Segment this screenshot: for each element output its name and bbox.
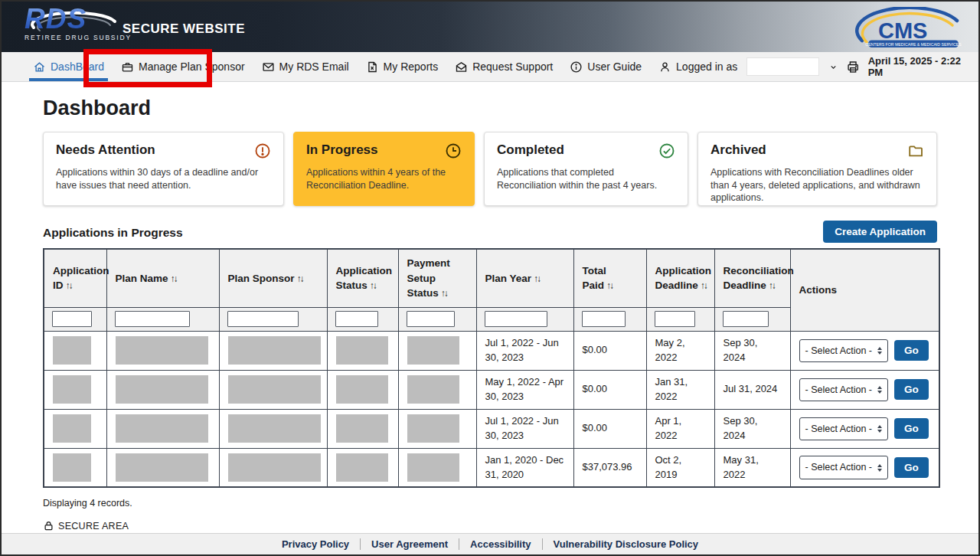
column-header-row: Application ID↑↓ Plan Name↑↓ Plan Sponso…: [44, 249, 939, 307]
card-needs-attention[interactable]: Needs Attention Applications within 30 d…: [43, 132, 284, 206]
col-plan-year[interactable]: Plan Year↑↓: [476, 249, 573, 307]
sort-icon[interactable]: ↑↓: [769, 280, 775, 291]
applications-table: Application ID↑↓ Plan Name↑↓ Plan Sponso…: [43, 248, 940, 488]
user-dropdown-caret[interactable]: [829, 63, 838, 71]
info-icon: [570, 61, 583, 74]
redacted-payment-setup-status: [407, 453, 459, 482]
col-application-id[interactable]: Application ID↑↓: [44, 249, 106, 307]
sort-icon[interactable]: ↑↓: [441, 288, 447, 299]
nav-item-user-guide[interactable]: User Guide: [561, 52, 650, 81]
filter-application-status[interactable]: [335, 311, 378, 327]
go-button[interactable]: Go: [894, 457, 929, 478]
create-application-button[interactable]: Create Application: [823, 221, 937, 243]
nav-item-label: My Reports: [384, 61, 439, 73]
col-application-deadline[interactable]: Application Deadline↑↓: [646, 249, 714, 307]
main-navbar: DashBoard Manage Plan Sponsor My RDS Ema…: [2, 52, 978, 82]
check-circle-icon: [658, 142, 675, 159]
card-title: Archived: [710, 142, 766, 158]
redacted-application-status: [336, 375, 388, 404]
action-select[interactable]: - Select Action -: [799, 378, 889, 401]
card-archived[interactable]: Archived Applications with Reconciliatio…: [697, 132, 937, 206]
current-datetime: April 15, 2025 - 2:22 PM: [868, 55, 965, 78]
person-icon: [658, 61, 671, 74]
nav-item-manage-plan-sponsor[interactable]: Manage Plan Sponsor: [113, 52, 253, 81]
app-window: RDS RETIREE DRUG SUBSIDY SECURE WEBSITE …: [0, 0, 980, 556]
filter-payment-setup-status[interactable]: [407, 311, 455, 327]
col-plan-sponsor[interactable]: Plan Sponsor↑↓: [219, 249, 327, 307]
plan-year-cell: Jan 1, 2020 - Dec 31, 2020: [476, 448, 573, 487]
col-total-paid[interactable]: Total Paid↑↓: [573, 249, 646, 307]
application-deadline-cell: Oct 2, 2019: [646, 448, 714, 487]
sort-icon[interactable]: ↑↓: [297, 273, 303, 284]
table-row: Jul 1, 2022 - Jun 30, 2023 $0.00 Apr 1, …: [44, 409, 939, 448]
support-envelope-icon: [455, 61, 468, 74]
sort-icon[interactable]: ↑↓: [370, 280, 376, 291]
nav-item-logged-in-as[interactable]: Logged in as: [650, 52, 846, 81]
logged-in-user-value[interactable]: [746, 57, 819, 76]
redacted-payment-setup-status: [407, 336, 459, 365]
nav-item-label: DashBoard: [51, 61, 104, 73]
filter-application-id[interactable]: [52, 311, 92, 327]
sort-icon[interactable]: ↑↓: [534, 273, 540, 284]
sort-icon[interactable]: ↑↓: [606, 280, 612, 291]
select-stepper-icon: [877, 386, 882, 394]
action-select[interactable]: - Select Action -: [799, 417, 889, 440]
nav-item-label: Logged in as: [676, 61, 737, 73]
go-button[interactable]: Go: [894, 418, 929, 439]
select-stepper-icon: [877, 464, 882, 472]
navbar-right-group: April 15, 2025 - 2:22 PM: [846, 52, 965, 81]
redacted-plan-name: [116, 375, 208, 404]
redacted-application-status: [336, 453, 388, 482]
printer-icon[interactable]: [846, 59, 860, 75]
report-icon: [366, 61, 379, 74]
card-completed[interactable]: Completed Applications that completed Re…: [484, 132, 688, 206]
col-payment-setup-status[interactable]: Payment Setup Status↑↓: [398, 249, 476, 307]
filter-plan-name[interactable]: [115, 311, 190, 327]
footer-link-accessibility[interactable]: Accessibility: [459, 538, 542, 550]
nav-item-label: Request Support: [472, 61, 553, 73]
redacted-plan-sponsor: [228, 453, 321, 482]
table-header-row: Applications in Progress Create Applicat…: [43, 221, 937, 243]
footer-link-vulnerability-disclosure[interactable]: Vulnerability Disclosure Policy: [542, 538, 710, 550]
filter-total-paid[interactable]: [582, 311, 626, 327]
sort-icon[interactable]: ↑↓: [171, 273, 177, 284]
nav-item-my-reports[interactable]: My Reports: [358, 52, 447, 81]
nav-item-my-rds-email[interactable]: My RDS Email: [253, 52, 358, 81]
action-select[interactable]: - Select Action -: [799, 456, 889, 479]
table-row: Jan 1, 2020 - Dec 31, 2020 $37,073.96 Oc…: [44, 448, 939, 487]
reconciliation-deadline-cell: Jul 31, 2024: [714, 370, 790, 409]
col-actions: Actions: [790, 249, 939, 331]
nav-item-request-support[interactable]: Request Support: [446, 52, 561, 81]
filter-plan-sponsor[interactable]: [227, 311, 299, 327]
redacted-plan-sponsor: [228, 375, 321, 404]
alert-icon: [254, 142, 271, 159]
sort-icon[interactable]: ↑↓: [701, 280, 707, 291]
total-paid-cell: $0.00: [573, 331, 646, 370]
filter-reconciliation-deadline[interactable]: [723, 311, 769, 327]
card-description: Applications that completed Reconciliati…: [497, 166, 675, 191]
redacted-plan-name: [116, 336, 208, 365]
filter-application-deadline[interactable]: [655, 311, 695, 327]
go-button[interactable]: Go: [894, 379, 929, 400]
footer-link-user-agreement[interactable]: User Agreement: [360, 538, 459, 550]
redacted-plan-sponsor: [228, 336, 321, 365]
filter-plan-year[interactable]: [485, 311, 548, 327]
action-select[interactable]: - Select Action -: [799, 339, 889, 362]
table-row: Jul 1, 2022 - Jun 30, 2023 $0.00 May 2, …: [44, 331, 939, 370]
plan-year-cell: Jul 1, 2022 - Jun 30, 2023: [476, 409, 573, 448]
go-button[interactable]: Go: [894, 340, 929, 361]
nav-item-dashboard[interactable]: DashBoard: [24, 52, 113, 81]
redacted-payment-setup-status: [407, 414, 459, 443]
redacted-application-status: [336, 336, 388, 365]
secure-area-badge: SECURE AREA: [43, 520, 937, 531]
col-application-status[interactable]: Application Status↑↓: [327, 249, 398, 307]
total-paid-cell: $0.00: [573, 370, 646, 409]
card-in-progress[interactable]: In Progress Applications within 4 years …: [293, 132, 475, 206]
footer-link-privacy-policy[interactable]: Privacy Policy: [271, 538, 360, 550]
col-reconciliation-deadline[interactable]: Reconciliation Deadline↑↓: [714, 249, 790, 307]
sort-icon[interactable]: ↑↓: [66, 280, 72, 291]
card-description: Applications within 4 years of the Recon…: [306, 166, 462, 191]
col-plan-name[interactable]: Plan Name↑↓: [106, 249, 219, 307]
card-title: Needs Attention: [56, 142, 155, 158]
nav-item-label: Manage Plan Sponsor: [139, 61, 245, 73]
